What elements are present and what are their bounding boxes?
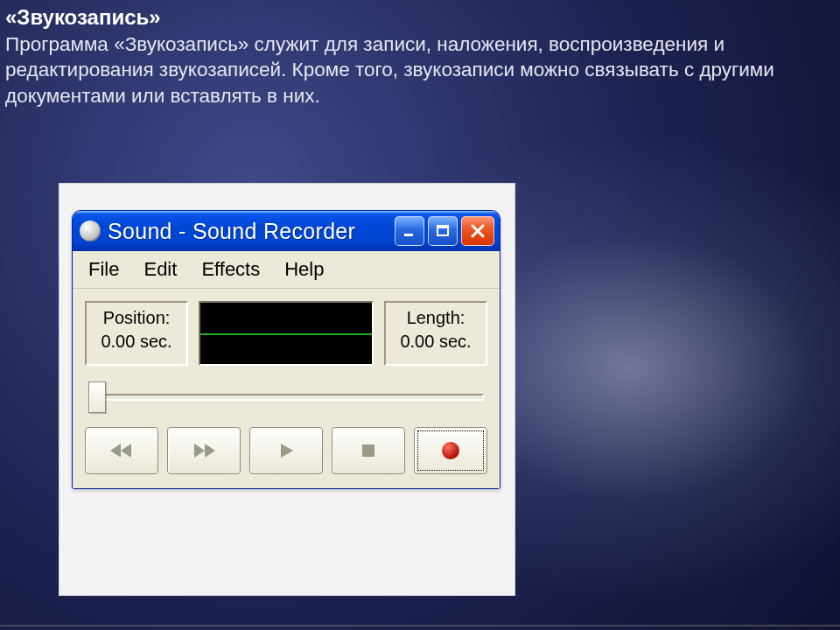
play-button[interactable] [249, 427, 323, 474]
menu-help[interactable]: Help [274, 256, 334, 283]
waveform-display [199, 301, 374, 366]
record-icon [442, 442, 459, 459]
position-label: Position: [95, 308, 178, 328]
playback-slider[interactable] [85, 382, 487, 413]
svg-marker-4 [110, 444, 121, 458]
window-controls [395, 216, 494, 246]
svg-marker-6 [205, 444, 215, 458]
seek-end-button[interactable] [167, 427, 241, 474]
svg-rect-0 [404, 234, 413, 236]
slider-thumb[interactable] [88, 382, 106, 413]
record-button[interactable] [414, 427, 487, 474]
svg-rect-2 [438, 226, 448, 228]
menu-bar: File Edit Effects Help [73, 251, 500, 289]
play-icon [274, 440, 298, 461]
sound-recorder-window: Sound - Sound Recorder File Edit Effects… [72, 210, 500, 489]
seek-start-icon [105, 440, 138, 461]
maximize-icon [436, 224, 450, 238]
length-panel: Length: 0.00 sec. [384, 301, 487, 366]
speaker-icon [80, 220, 101, 242]
svg-marker-3 [121, 444, 131, 458]
slider-track [88, 394, 484, 401]
position-panel: Position: 0.00 sec. [85, 301, 188, 366]
length-value: 0.00 sec. [395, 332, 477, 352]
client-area: Position: 0.00 sec. Length: 0.00 sec. [73, 289, 500, 488]
slide-baseline [0, 625, 840, 626]
maximize-button[interactable] [428, 216, 458, 246]
minimize-icon [402, 224, 416, 238]
menu-effects[interactable]: Effects [191, 256, 270, 283]
titlebar[interactable]: Sound - Sound Recorder [73, 211, 500, 251]
position-value: 0.00 sec. [95, 332, 178, 352]
transport-buttons [85, 427, 487, 474]
menu-file[interactable]: File [78, 256, 130, 283]
minimize-button[interactable] [395, 216, 424, 246]
svg-marker-7 [281, 444, 293, 458]
svg-rect-8 [362, 444, 374, 457]
screenshot-card: Sound - Sound Recorder File Edit Effects… [60, 184, 514, 595]
slide-body: Программа «Звукозапись» служит для запис… [5, 32, 828, 108]
close-icon [469, 222, 486, 240]
svg-marker-5 [194, 444, 205, 458]
close-button[interactable] [461, 216, 494, 246]
window-title: Sound - Sound Recorder [108, 219, 395, 244]
slide-title: «Звукозапись» [5, 5, 840, 30]
status-row: Position: 0.00 sec. Length: 0.00 sec. [85, 301, 487, 366]
length-label: Length: [395, 308, 477, 328]
seek-start-button[interactable] [85, 427, 158, 474]
menu-edit[interactable]: Edit [133, 256, 187, 283]
stop-button[interactable] [332, 427, 405, 474]
stop-icon [358, 440, 379, 461]
seek-end-icon [187, 440, 220, 461]
